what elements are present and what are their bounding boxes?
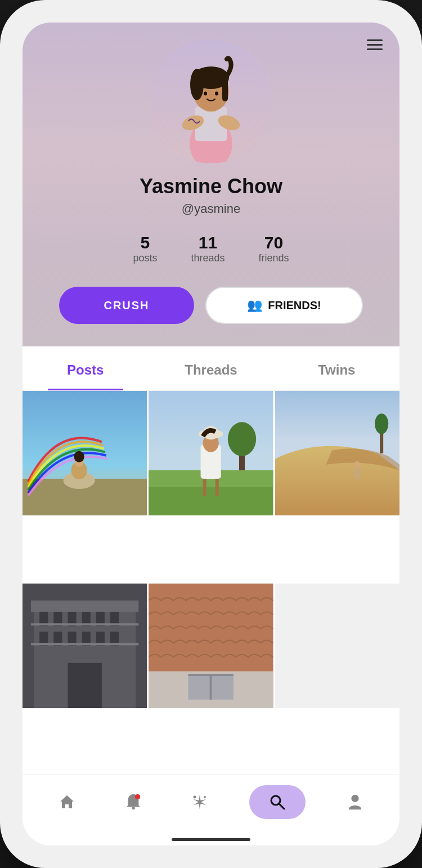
phone-screen: Yasmine Chow @yasmine 5 posts 11 threads… [23, 23, 399, 845]
friends-count: 70 [259, 233, 289, 252]
stat-threads: 11 threads [191, 233, 225, 264]
svg-point-34 [354, 461, 360, 468]
svg-point-12 [215, 92, 218, 96]
menu-icon[interactable] [367, 39, 383, 50]
friends-button[interactable]: 👥 FRIENDS! [205, 287, 363, 324]
svg-rect-29 [216, 479, 219, 496]
posts-grid [23, 391, 399, 774]
action-buttons: CRUSH 👥 FRIENDS! [39, 287, 383, 324]
nav-profile[interactable] [338, 785, 372, 819]
menu-line-3 [367, 48, 383, 50]
post-cell-3[interactable] [275, 391, 399, 515]
profile-name: Yasmine Chow [39, 175, 383, 198]
tab-posts[interactable]: Posts [23, 346, 148, 390]
profile-header: Yasmine Chow @yasmine 5 posts 11 threads… [23, 23, 399, 346]
svg-rect-60 [132, 807, 135, 809]
avatar [149, 39, 273, 163]
posts-count: 5 [133, 233, 157, 252]
svg-point-23 [228, 422, 256, 456]
stat-friends: 70 friends [259, 233, 289, 264]
svg-rect-28 [203, 479, 206, 496]
svg-point-9 [190, 69, 204, 100]
post-cell-6 [275, 584, 399, 708]
svg-point-61 [135, 794, 140, 799]
tab-twins[interactable]: Twins [274, 346, 399, 390]
svg-rect-58 [210, 674, 212, 700]
nav-notifications[interactable] [116, 785, 150, 819]
nav-sparkle[interactable] [183, 785, 217, 819]
svg-rect-51 [31, 623, 138, 625]
friends-icon: 👥 [247, 298, 262, 313]
svg-rect-50 [68, 663, 101, 708]
stats-row: 5 posts 11 threads 70 friends [39, 233, 383, 264]
crush-button[interactable]: CRUSH [59, 287, 194, 324]
svg-point-18 [74, 451, 84, 462]
nav-home[interactable] [50, 785, 84, 819]
svg-line-65 [279, 804, 284, 809]
home-indicator [23, 831, 399, 845]
friends-label: FRIENDS! [268, 299, 321, 312]
threads-label: threads [191, 252, 225, 264]
svg-rect-52 [31, 643, 138, 646]
post-cell-1[interactable] [23, 391, 147, 515]
phone-shell: Yasmine Chow @yasmine 5 posts 11 threads… [0, 0, 422, 868]
svg-point-33 [353, 466, 360, 480]
post-cell-4[interactable] [23, 584, 147, 708]
menu-line-2 [367, 44, 383, 46]
posts-label: posts [133, 252, 157, 264]
profile-handle: @yasmine [39, 202, 383, 216]
friends-label: friends [259, 252, 289, 264]
threads-count: 11 [191, 233, 225, 252]
tabs-row: Posts Threads Twins [23, 346, 399, 391]
svg-rect-37 [31, 600, 138, 612]
avatar-container [39, 39, 383, 163]
stat-posts: 5 posts [133, 233, 157, 264]
svg-point-63 [204, 796, 206, 798]
svg-point-32 [375, 413, 388, 434]
svg-point-11 [204, 92, 207, 96]
menu-line-1 [367, 39, 383, 41]
post-cell-5[interactable] [149, 584, 273, 708]
svg-point-66 [351, 795, 358, 802]
home-bar [172, 838, 250, 841]
svg-point-62 [194, 796, 196, 799]
bottom-nav [23, 774, 399, 831]
svg-rect-59 [275, 584, 399, 708]
nav-search[interactable] [249, 785, 306, 819]
post-cell-2[interactable] [149, 391, 273, 515]
tab-threads[interactable]: Threads [148, 346, 273, 390]
